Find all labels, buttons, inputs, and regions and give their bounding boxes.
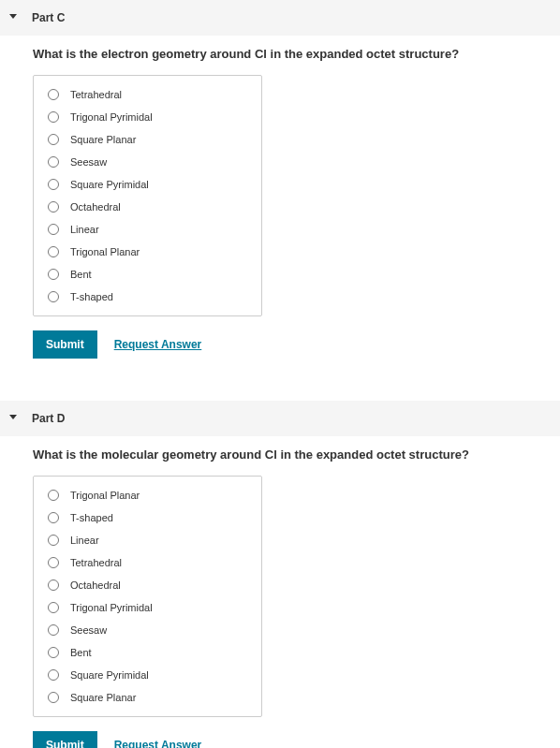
radio-option[interactable] (48, 179, 59, 190)
question-text: What is the electron geometry around Cl … (33, 47, 527, 61)
radio-option[interactable] (48, 669, 59, 681)
option-label[interactable]: Tetrahedral (70, 89, 122, 100)
option-label[interactable]: Octahedral (70, 201, 121, 213)
radio-option[interactable] (48, 291, 59, 302)
option-row: Trigonal Planar (34, 484, 261, 506)
option-label[interactable]: Trigonal Pyrimidal (70, 111, 153, 123)
option-row: Tetrahedral (34, 83, 261, 106)
options-box: Trigonal Planar T-shaped Linear Tetrahed… (33, 476, 262, 717)
radio-option[interactable] (48, 89, 59, 100)
option-row: Trigonal Planar (34, 241, 261, 263)
option-row: Seesaw (34, 151, 261, 173)
radio-option[interactable] (48, 692, 59, 703)
request-answer-link[interactable]: Request Answer (114, 739, 202, 748)
part-label: Part C (22, 11, 65, 24)
option-row: Octahedral (34, 196, 261, 218)
radio-option[interactable] (48, 535, 59, 546)
option-row: Square Pyrimidal (34, 173, 261, 196)
part-label: Part D (22, 412, 65, 425)
radio-option[interactable] (48, 557, 59, 568)
radio-option[interactable] (48, 111, 59, 123)
radio-option[interactable] (48, 269, 59, 280)
option-label[interactable]: Linear (70, 535, 99, 546)
question-block-d: What is the molecular geometry around Cl… (0, 447, 560, 748)
submit-button[interactable]: Submit (33, 731, 97, 748)
option-label[interactable]: Square Pyrimidal (70, 669, 149, 681)
option-label[interactable]: Bent (70, 647, 92, 658)
action-row: Submit Request Answer (33, 731, 527, 748)
option-label[interactable]: Trigonal Planar (70, 246, 140, 257)
part-header-c[interactable]: Part C (0, 0, 560, 36)
option-label[interactable]: Trigonal Planar (70, 490, 140, 501)
radio-option[interactable] (48, 490, 59, 501)
chevron-down-icon (9, 14, 17, 19)
option-label[interactable]: Bent (70, 269, 92, 280)
action-row: Submit Request Answer (33, 330, 527, 359)
option-row: Linear (34, 529, 261, 551)
option-label[interactable]: Linear (70, 224, 99, 235)
option-label[interactable]: Square Planar (70, 134, 136, 145)
option-label[interactable]: Octahedral (70, 579, 121, 591)
option-label[interactable]: Trigonal Pyrimidal (70, 602, 153, 613)
radio-option[interactable] (48, 512, 59, 523)
option-row: Tetrahedral (34, 551, 261, 574)
option-row: Seesaw (34, 619, 261, 641)
request-answer-link[interactable]: Request Answer (114, 338, 202, 351)
option-row: Octahedral (34, 574, 261, 596)
option-row: Trigonal Pyrimidal (34, 596, 261, 619)
option-label[interactable]: T-shaped (70, 512, 113, 523)
radio-option[interactable] (48, 602, 59, 613)
radio-option[interactable] (48, 624, 59, 636)
options-box: Tetrahedral Trigonal Pyrimidal Square Pl… (33, 75, 262, 316)
radio-option[interactable] (48, 647, 59, 658)
option-row: T-shaped (34, 286, 261, 308)
radio-option[interactable] (48, 201, 59, 213)
option-row: Bent (34, 263, 261, 286)
radio-option[interactable] (48, 246, 59, 257)
radio-option[interactable] (48, 156, 59, 168)
option-label[interactable]: Tetrahedral (70, 557, 122, 568)
option-row: T-shaped (34, 506, 261, 529)
option-label[interactable]: T-shaped (70, 291, 113, 302)
submit-button[interactable]: Submit (33, 330, 97, 359)
radio-option[interactable] (48, 224, 59, 235)
option-row: Bent (34, 641, 261, 664)
question-block-c: What is the electron geometry around Cl … (0, 47, 560, 377)
part-header-d[interactable]: Part D (0, 401, 560, 436)
chevron-down-icon (9, 415, 17, 419)
option-row: Square Pyrimidal (34, 664, 261, 686)
option-row: Trigonal Pyrimidal (34, 106, 261, 128)
option-row: Linear (34, 218, 261, 241)
option-label[interactable]: Seesaw (70, 624, 107, 636)
radio-option[interactable] (48, 134, 59, 145)
option-row: Square Planar (34, 686, 261, 709)
radio-option[interactable] (48, 579, 59, 591)
spacer (0, 377, 560, 401)
option-row: Square Planar (34, 128, 261, 151)
option-label[interactable]: Seesaw (70, 156, 107, 168)
option-label[interactable]: Square Planar (70, 692, 136, 703)
option-label[interactable]: Square Pyrimidal (70, 179, 149, 190)
question-text: What is the molecular geometry around Cl… (33, 447, 527, 462)
